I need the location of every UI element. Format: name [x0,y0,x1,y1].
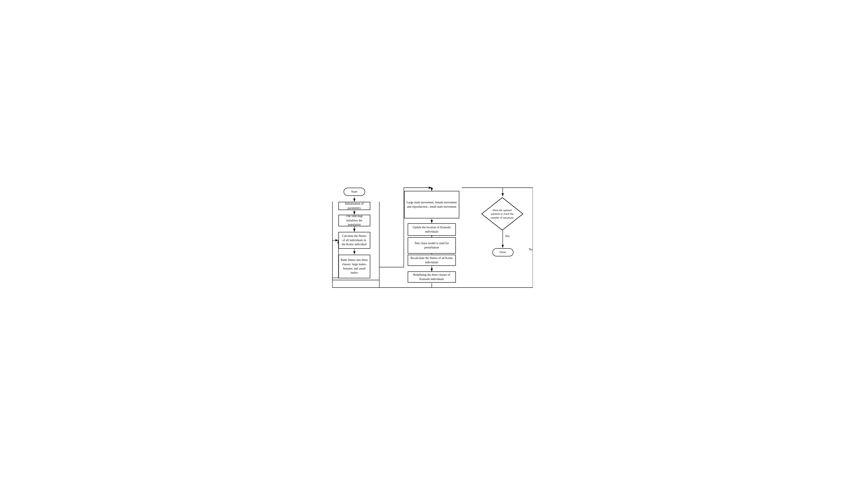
rank-fitness-label: Rank fitness into three classes: large m… [341,258,368,275]
recalc-fitness-box: Recalculate the fitness of all Komo indi… [408,255,456,266]
no-label: No [529,248,532,251]
calc-fitness-box: Calculate the fitness of all individuals… [338,232,370,249]
flowchart: Start Initialization of parameters The T… [327,186,533,319]
redefine-box: Redefining the three classes of Komodo i… [408,271,456,283]
decision-text: Meet the optimal solution or reach the n… [488,208,516,219]
large-male-label: Large male movement, female movement and… [406,200,457,209]
tent-map-label: The Tent map initializes the population [341,214,368,227]
tent-chaos-label: Tent chaos model is used for perturbatio… [410,241,454,250]
update-location-box: Update the location of Komodo individual… [408,223,456,236]
start-node: Start [344,188,365,196]
calc-fitness-label: Calculate the fitness of all individuals… [341,234,368,247]
init-params-label: Initialization of parameters [341,202,368,210]
decision-diamond: Meet the optimal solution or reach the n… [481,197,524,231]
over-node: Over [493,248,513,256]
recalc-fitness-label: Recalculate the fitness of all Komo indi… [410,256,454,264]
update-location-label: Update the location of Komodo individual… [410,225,454,234]
start-label: Start [351,190,357,193]
over-label: Over [500,250,506,254]
tent-chaos-box: Tent chaos model is used for perturbatio… [408,237,456,254]
large-male-box: Large male movement, female movement and… [404,191,459,218]
redefine-label: Redefining the three classes of Komodo i… [410,273,454,281]
tent-map-box: The Tent map initializes the population [338,215,370,226]
rank-fitness-box: Rank fitness into three classes: large m… [338,255,370,278]
init-params-box: Initialization of parameters [338,202,370,210]
yes-label: Yes [505,235,510,238]
